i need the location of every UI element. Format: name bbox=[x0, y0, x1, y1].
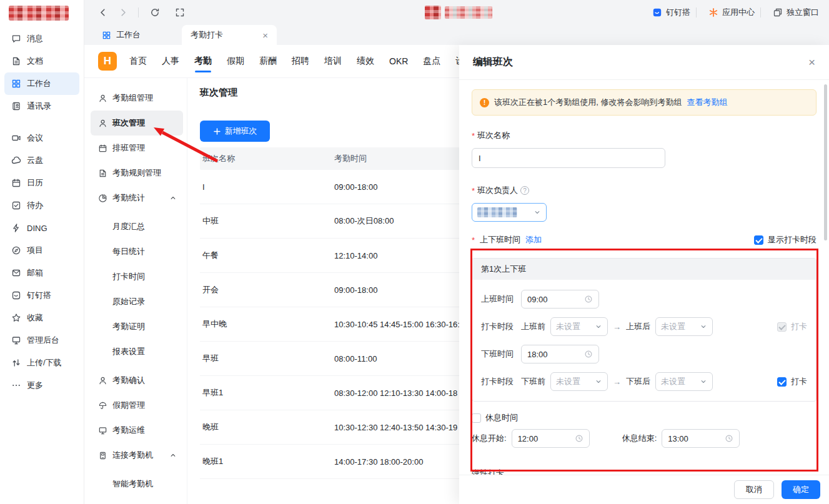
view-attendance-group-link[interactable]: 查看考勤组 bbox=[687, 97, 727, 108]
section-title: 第1次上下班 bbox=[472, 259, 816, 280]
drawer-scrollbar[interactable] bbox=[824, 84, 827, 240]
shift-manager-value-blurred bbox=[477, 207, 517, 217]
cell-shift-name: 中班 bbox=[200, 215, 334, 227]
module-item-label: 假期管理 bbox=[112, 400, 145, 411]
confirm-button[interactable]: 确定 bbox=[782, 480, 820, 499]
app-center-button[interactable]: 应用中心 bbox=[708, 7, 755, 18]
nav-home[interactable]: 首页 bbox=[129, 46, 147, 76]
sidebar-item-contacts[interactable]: 通讯录 bbox=[4, 95, 79, 117]
module-item-holiday-management[interactable]: 假期管理 bbox=[91, 393, 183, 418]
cancel-button[interactable]: 取消 bbox=[734, 480, 774, 499]
rest-end-input[interactable]: 13:00 bbox=[662, 429, 740, 448]
sidebar-item-mail[interactable]: 邮箱 bbox=[4, 262, 79, 284]
tab-attendance[interactable]: 考勤打卡 × bbox=[182, 25, 277, 45]
cell-shift-name: 晚班1 bbox=[200, 456, 334, 467]
app-logo-blurred bbox=[9, 6, 69, 21]
shift-name-input[interactable] bbox=[472, 148, 665, 168]
tab-label: 工作台 bbox=[116, 29, 141, 41]
close-icon[interactable]: × bbox=[808, 56, 815, 69]
expand-icon[interactable] bbox=[175, 7, 185, 17]
after-end-select[interactable]: 未设置 bbox=[655, 372, 713, 391]
sidebar-item-todo[interactable]: 待办 bbox=[4, 194, 79, 217]
nav-inventory[interactable]: 盘点 bbox=[423, 46, 440, 76]
edit-shift-drawer: 编辑班次 × ! 该班次正在被1个考勤组使用, 修改将会影响到考勤组 查看考勤组… bbox=[459, 45, 829, 504]
rest-end-value: 13:00 bbox=[668, 434, 688, 443]
nav-holiday[interactable]: 假期 bbox=[227, 46, 244, 76]
section-body: 上班时间 09:00 打卡时段 上班前 未设置 → 上班后 未设置 打卡 bbox=[472, 280, 816, 401]
before-start-select[interactable]: 未设置 bbox=[550, 317, 608, 336]
dingtalk-build-label: 钉钉搭 bbox=[666, 7, 690, 18]
sidebar-item-messages[interactable]: 消息 bbox=[4, 27, 79, 50]
module-item-raw-records[interactable]: 原始记录 bbox=[91, 289, 183, 314]
sidebar-item-workbench[interactable]: 工作台 bbox=[4, 72, 79, 95]
app-center-icon bbox=[708, 7, 718, 17]
module-item-smart-machine[interactable]: 智能考勤机 bbox=[91, 472, 183, 497]
module-item-statistics[interactable]: 考勤统计 bbox=[91, 185, 183, 210]
dingtalk-build-button[interactable]: 钉钉搭 bbox=[652, 7, 690, 18]
sidebar-item-docs[interactable]: 文档 bbox=[4, 50, 79, 72]
sidebar-item-calendar[interactable]: 日历 bbox=[4, 172, 79, 194]
start-time-input[interactable]: 09:00 bbox=[521, 290, 599, 309]
checkbox-checked[interactable] bbox=[754, 235, 763, 245]
add-work-time-link[interactable]: 添加 bbox=[525, 234, 542, 245]
module-item-monthly-summary[interactable]: 月度汇总 bbox=[91, 214, 183, 239]
module-item-report-settings[interactable]: 报表设置 bbox=[91, 339, 183, 364]
module-item-punch-time[interactable]: 打卡时间 bbox=[91, 264, 183, 289]
nav-attendance[interactable]: 考勤 bbox=[194, 46, 212, 76]
tab-workbench[interactable]: 工作台 bbox=[93, 25, 182, 45]
back-icon[interactable] bbox=[98, 7, 108, 17]
end-time-input[interactable]: 18:00 bbox=[521, 345, 599, 363]
cell-shift-name: 早中晚 bbox=[200, 319, 334, 330]
checkbox-checked[interactable] bbox=[777, 377, 787, 387]
rest-start-value: 12:00 bbox=[518, 434, 539, 443]
nav-recruiting[interactable]: 招聘 bbox=[292, 46, 309, 76]
sidebar-item-ding[interactable]: DING bbox=[4, 217, 79, 239]
punch-checkbox-end-row[interactable]: 打卡 bbox=[777, 376, 807, 387]
module-item-label: 考勤运维 bbox=[112, 425, 145, 436]
shift-manager-select[interactable] bbox=[472, 203, 547, 222]
sidebar-item-projects[interactable]: 项目 bbox=[4, 239, 79, 262]
sidebar-item-meetings[interactable]: 会议 bbox=[4, 127, 79, 149]
sidebar-item-dingtalk-build[interactable]: 钉钉搭 bbox=[4, 284, 79, 307]
module-item-attendance-ops[interactable]: 考勤运维 bbox=[91, 418, 183, 443]
nav-hr[interactable]: 人事 bbox=[162, 46, 179, 76]
module-item-label: 考勤规则管理 bbox=[112, 167, 161, 179]
star-icon bbox=[11, 313, 21, 323]
nav-training[interactable]: 培训 bbox=[324, 46, 342, 76]
add-shift-button[interactable]: 新增班次 bbox=[200, 121, 270, 142]
show-punch-period-checkbox-row[interactable]: 显示打卡时段 bbox=[754, 234, 817, 245]
rest-time-label: 休息时间 bbox=[485, 412, 518, 423]
module-item-attendance-confirm[interactable]: 考勤确认 bbox=[91, 368, 183, 393]
standalone-window-button[interactable]: 独立窗口 bbox=[773, 7, 819, 18]
sidebar-gap bbox=[0, 117, 84, 127]
after-start-select[interactable]: 未设置 bbox=[655, 317, 713, 336]
sidebar-item-upload-download[interactable]: 上传/下载 bbox=[4, 352, 79, 374]
module-item-group-management[interactable]: 考勤组管理 bbox=[91, 86, 183, 111]
clock-icon bbox=[575, 434, 583, 443]
module-item-shift-management[interactable]: 班次管理 bbox=[91, 111, 183, 136]
sidebar-item-cloud-drive[interactable]: 云盘 bbox=[4, 149, 79, 172]
nav-okr[interactable]: OKR bbox=[389, 47, 408, 76]
module-item-connect-machine[interactable]: 连接考勤机 bbox=[91, 443, 183, 468]
sidebar-item-label: 钉钉搭 bbox=[27, 290, 51, 301]
nav-payroll[interactable]: 薪酬 bbox=[259, 46, 277, 76]
before-end-select[interactable]: 未设置 bbox=[550, 372, 608, 391]
module-item-schedule-management[interactable]: 排班管理 bbox=[91, 136, 183, 161]
refresh-icon[interactable] bbox=[150, 7, 160, 17]
rest-start-input[interactable]: 12:00 bbox=[512, 429, 590, 448]
close-icon[interactable]: × bbox=[262, 31, 268, 40]
checkbox-unchecked[interactable] bbox=[472, 413, 481, 423]
rest-time-checkbox-row[interactable]: 休息时间 bbox=[472, 412, 817, 424]
module-item-rule-management[interactable]: 考勤规则管理 bbox=[91, 161, 183, 185]
module-item-label: 班次管理 bbox=[112, 117, 145, 129]
sidebar-item-admin-console[interactable]: 管理后台 bbox=[4, 329, 79, 352]
nav-performance[interactable]: 绩效 bbox=[357, 46, 374, 76]
module-item-attendance-proof[interactable]: 考勤证明 bbox=[91, 314, 183, 339]
sidebar-item-favorites[interactable]: 收藏 bbox=[4, 307, 79, 329]
mail-icon bbox=[11, 268, 21, 278]
umbrella-icon bbox=[98, 401, 107, 410]
sidebar-item-label: 更多 bbox=[27, 380, 43, 391]
sidebar-item-more[interactable]: 更多 bbox=[4, 374, 79, 397]
forward-icon[interactable] bbox=[118, 7, 128, 17]
module-item-daily-stats[interactable]: 每日统计 bbox=[91, 239, 183, 264]
